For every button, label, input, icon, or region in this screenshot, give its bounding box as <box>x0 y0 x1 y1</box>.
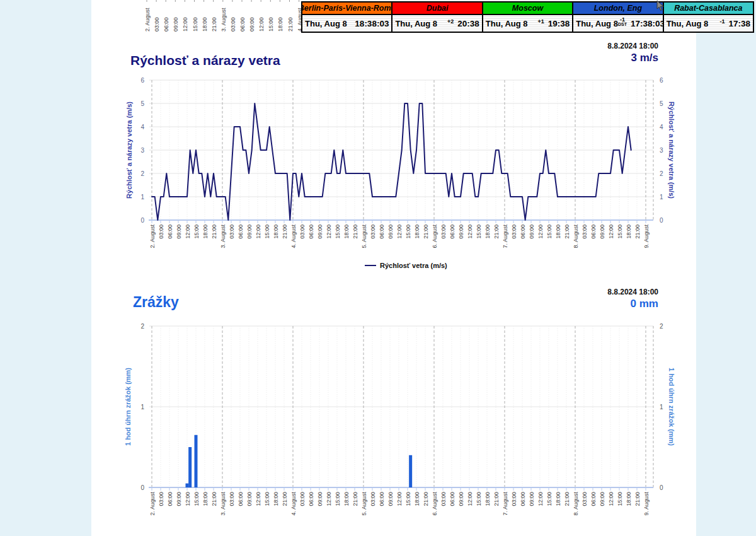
svg-text:12:00: 12:00 <box>467 224 473 239</box>
clock-date: Thu, Aug 8 <box>395 19 437 28</box>
clock-time: 19:38 <box>548 19 570 28</box>
svg-text:18:00: 18:00 <box>555 492 561 506</box>
wind-current-datetime: 8.8.2024 18:00 <box>607 42 658 50</box>
svg-text:12:00: 12:00 <box>396 492 403 506</box>
svg-text:1: 1 <box>660 194 663 201</box>
svg-text:06:00: 06:00 <box>590 224 597 239</box>
svg-text:12:00: 12:00 <box>396 224 403 239</box>
clock-time-row: Thu, Aug 8 +1 19:38 <box>483 15 572 32</box>
svg-text:09:00: 09:00 <box>387 224 394 239</box>
clock-city-label: Berlin-Paris-Vienna-Roma <box>302 3 391 15</box>
svg-text:03:00: 03:00 <box>581 224 588 239</box>
legend: Rýchlosť vetra (m/s) <box>365 262 447 269</box>
svg-text:7. August: 7. August <box>502 492 508 516</box>
svg-text:21:00: 21:00 <box>282 224 288 239</box>
clock-offset: +1 <box>537 19 544 24</box>
svg-text:0: 0 <box>660 217 663 224</box>
clock-time-row: Thu, Aug 8 -1DST 17:38:03 <box>573 15 662 32</box>
x-axis <box>149 487 653 491</box>
svg-text:21:00: 21:00 <box>352 492 358 506</box>
svg-text:09:00: 09:00 <box>249 17 255 32</box>
svg-text:06:00: 06:00 <box>379 492 385 506</box>
svg-text:12:00: 12:00 <box>326 224 332 239</box>
svg-text:15:00: 15:00 <box>193 224 200 239</box>
svg-text:21:00: 21:00 <box>211 224 217 239</box>
svg-text:8. August: 8. August <box>573 224 579 248</box>
svg-text:06:00: 06:00 <box>163 17 169 32</box>
svg-text:18:00: 18:00 <box>414 492 420 506</box>
svg-text:03:00: 03:00 <box>581 492 588 506</box>
svg-text:3: 3 <box>140 147 144 154</box>
svg-text:09:00: 09:00 <box>599 492 605 506</box>
svg-text:03:00: 03:00 <box>440 224 447 239</box>
svg-text:03:00: 03:00 <box>229 224 235 239</box>
svg-text:06:00: 06:00 <box>379 224 385 239</box>
svg-text:15:00: 15:00 <box>335 492 341 506</box>
clock-time: 20:38 <box>457 19 479 28</box>
svg-text:4. August: 4. August <box>290 224 297 248</box>
svg-text:18:00: 18:00 <box>484 492 491 506</box>
svg-text:09:00: 09:00 <box>173 17 179 32</box>
svg-text:12:00: 12:00 <box>185 492 191 506</box>
svg-text:03:00: 03:00 <box>299 224 306 239</box>
svg-text:12:00: 12:00 <box>326 492 332 506</box>
clock-date: Thu, Aug 8 <box>305 19 347 28</box>
horizontal-gridlines <box>149 80 653 197</box>
svg-text:21:00: 21:00 <box>282 492 288 506</box>
svg-text:03:00: 03:00 <box>299 492 306 506</box>
wind-series-line <box>152 103 631 220</box>
svg-text:03:00: 03:00 <box>440 492 447 506</box>
svg-text:06:00: 06:00 <box>308 224 314 239</box>
svg-text:15:00: 15:00 <box>405 492 411 506</box>
svg-text:3. August: 3. August <box>220 492 226 516</box>
svg-text:2. August: 2. August <box>149 224 156 248</box>
clock-cell-dubai: Dubai Thu, Aug 8 +2 20:38 <box>391 3 481 32</box>
svg-text:12:00: 12:00 <box>537 492 544 506</box>
svg-text:15:00: 15:00 <box>617 224 623 239</box>
svg-text:15:00: 15:00 <box>546 492 553 506</box>
svg-text:6. August: 6. August <box>432 224 438 248</box>
svg-text:15:00: 15:00 <box>476 492 482 506</box>
svg-text:21:00: 21:00 <box>634 492 641 506</box>
svg-text:09:00: 09:00 <box>458 224 464 239</box>
precipitation-chart: Zrážky 8.8.2024 18:00 0 mm 0011221 hod ú… <box>123 284 696 536</box>
clock-city-label: Moscow <box>483 3 572 15</box>
svg-text:12:00: 12:00 <box>255 224 261 239</box>
svg-text:06:00: 06:00 <box>238 492 244 506</box>
svg-text:6. August: 6. August <box>432 492 438 516</box>
svg-text:09:00: 09:00 <box>529 224 535 239</box>
svg-text:09:00: 09:00 <box>458 492 464 506</box>
svg-text:12:00: 12:00 <box>185 224 191 239</box>
svg-text:03:00: 03:00 <box>158 224 164 239</box>
svg-text:03:00: 03:00 <box>370 492 376 506</box>
wind-current-value: 3 m/s <box>607 52 658 64</box>
clock-date: Thu, Aug 8 <box>667 19 709 28</box>
svg-text:18:00: 18:00 <box>555 224 561 239</box>
svg-text:2: 2 <box>660 170 663 177</box>
svg-text:09:00: 09:00 <box>246 492 253 506</box>
svg-text:1: 1 <box>140 404 144 411</box>
svg-text:18:00: 18:00 <box>273 492 279 506</box>
clock-cell-rabat-casablanca: Rabat-Casablanca Thu, Aug 8 -1 17:38 <box>663 3 753 32</box>
svg-text:09:00: 09:00 <box>387 492 394 506</box>
clock-time: 18:38:03 <box>355 19 389 28</box>
svg-text:06:00: 06:00 <box>520 492 526 506</box>
top-axis-strip: 2. August03:0006:0009:0012:0015:0018:002… <box>140 0 305 33</box>
clock-city-label: Dubai <box>392 3 481 15</box>
svg-text:5: 5 <box>660 100 663 107</box>
svg-text:18:00: 18:00 <box>202 492 209 506</box>
svg-text:2. August: 2. August <box>144 8 151 32</box>
svg-text:1: 1 <box>660 404 663 411</box>
svg-text:6: 6 <box>140 77 144 84</box>
precipitation-chart-plot: 0011221 hod úhrn zrážok (mm)1 hod úhrn z… <box>123 322 693 536</box>
svg-text:15:00: 15:00 <box>617 492 623 506</box>
svg-text:1 hod úhrn zrážok (mm): 1 hod úhrn zrážok (mm) <box>668 368 675 446</box>
svg-text:12:00: 12:00 <box>255 492 261 506</box>
svg-text:09:00: 09:00 <box>599 224 605 239</box>
svg-text:2: 2 <box>140 323 144 330</box>
svg-text:09:00: 09:00 <box>317 224 323 239</box>
svg-text:15:00: 15:00 <box>546 224 553 239</box>
svg-text:09:00: 09:00 <box>176 224 182 239</box>
svg-text:18:00: 18:00 <box>626 224 632 239</box>
clock-cell-berlin-paris-vienna-roma: Berlin-Paris-Vienna-Roma Thu, Aug 8 18:3… <box>302 3 391 32</box>
